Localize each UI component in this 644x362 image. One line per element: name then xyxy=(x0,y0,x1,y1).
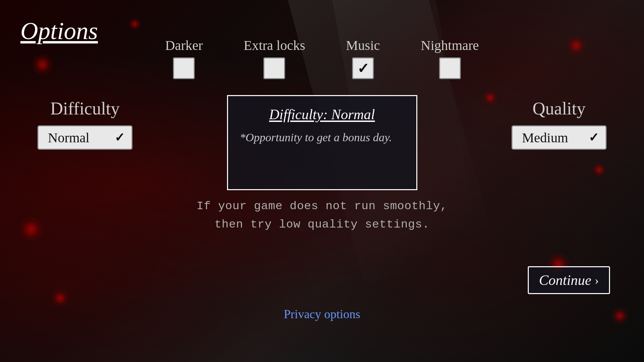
difficulty-arrow-icon: ✓ xyxy=(115,130,125,145)
extra-locks-checkbox-item: Extra locks xyxy=(244,37,305,79)
continue-label: Continue xyxy=(539,272,591,288)
quality-section: Quality Medium ✓ xyxy=(501,98,617,150)
difficulty-title: Difficulty xyxy=(50,98,120,119)
info-box: Difficulty: Normal *Opportunity to get a… xyxy=(227,95,417,190)
info-box-title: Difficulty: Normal xyxy=(240,106,404,123)
music-label: Music xyxy=(346,37,380,53)
continue-arrow-icon: › xyxy=(595,273,599,287)
darker-checkbox-item: Darker xyxy=(165,37,203,79)
nightmare-checkbox-item: Nightmare xyxy=(421,37,479,79)
nightmare-label: Nightmare xyxy=(421,37,479,53)
quality-dropdown[interactable]: Medium ✓ xyxy=(511,125,607,150)
quality-arrow-icon: ✓ xyxy=(589,130,599,145)
difficulty-selected: Normal xyxy=(48,130,89,146)
hint-text: If your game does not run smoothly, then… xyxy=(0,197,644,234)
quality-selected: Medium xyxy=(522,130,568,146)
info-box-description: *Opportunity to get a bonus day. xyxy=(240,129,404,146)
hint-line-2: then try low quality settings. xyxy=(0,215,644,234)
difficulty-section: Difficulty Normal ✓ xyxy=(27,98,143,150)
darker-label: Darker xyxy=(165,37,203,53)
main-row: Difficulty Normal ✓ Difficulty: Normal *… xyxy=(0,98,644,190)
nightmare-checkbox[interactable] xyxy=(439,57,461,79)
extra-locks-checkbox[interactable] xyxy=(263,57,285,79)
difficulty-dropdown[interactable]: Normal ✓ xyxy=(37,125,133,150)
checkboxes-row: Darker Extra locks Music Nightmare xyxy=(0,37,644,79)
extra-locks-label: Extra locks xyxy=(244,37,305,53)
music-checkbox-item: Music xyxy=(346,37,380,79)
hint-line-1: If your game does not run smoothly, xyxy=(0,197,644,215)
continue-button[interactable]: Continue › xyxy=(528,266,610,294)
quality-title: Quality xyxy=(533,98,586,119)
music-checkbox[interactable] xyxy=(352,57,374,79)
darker-checkbox[interactable] xyxy=(173,57,195,79)
privacy-options-link[interactable]: Privacy options xyxy=(0,307,644,321)
